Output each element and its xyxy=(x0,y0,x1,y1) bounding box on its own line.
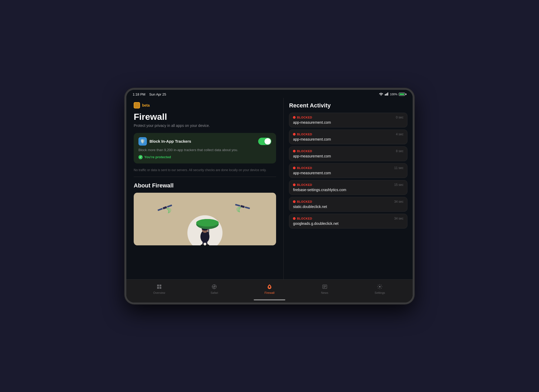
svg-point-14 xyxy=(196,219,219,227)
activity-time: 8 sec xyxy=(396,149,403,153)
wifi-icon xyxy=(379,92,383,96)
right-panel: Recent Activity BLOCKED 0 sec app-measur… xyxy=(284,98,413,279)
activity-item[interactable]: BLOCKED 34 sec static.doubleclick.net xyxy=(289,197,407,212)
activity-time: 34 sec xyxy=(394,200,403,204)
battery-percent: 100% xyxy=(390,93,397,96)
tracker-card: 🛡️ Block In-App Trackers Block more than… xyxy=(134,133,276,163)
activity-item[interactable]: BLOCKED 4 sec app-measurement.com xyxy=(289,130,407,144)
firewall-tab-label: Firewall xyxy=(264,291,275,294)
blocked-dot-icon xyxy=(293,167,296,169)
activity-domain: app-measurement.com xyxy=(293,154,403,158)
blocked-dot-icon xyxy=(293,116,296,119)
svg-rect-3 xyxy=(387,92,388,96)
activity-time: 11 sec xyxy=(394,166,403,170)
svg-rect-1 xyxy=(386,94,386,96)
tab-firewall[interactable]: Firewall xyxy=(242,283,297,294)
tracker-card-header: 🛡️ Block In-App Trackers xyxy=(138,137,271,146)
tab-news[interactable]: News xyxy=(297,283,352,294)
status-icons: 100% xyxy=(379,92,406,96)
settings-tab-icon xyxy=(376,283,383,290)
overview-tab-icon xyxy=(156,283,163,290)
tracker-toggle[interactable] xyxy=(258,138,271,145)
activity-list: BLOCKED 0 sec app-measurement.com BLOCKE… xyxy=(289,113,407,229)
date-display: Sun Apr 25 xyxy=(149,92,166,96)
blocked-badge: BLOCKED xyxy=(293,183,312,186)
activity-time: 4 sec xyxy=(396,132,403,136)
activity-item[interactable]: BLOCKED 0 sec app-measurement.com xyxy=(289,113,407,127)
blocked-label: BLOCKED xyxy=(297,217,312,220)
blocked-label: BLOCKED xyxy=(297,166,312,170)
svg-rect-27 xyxy=(157,287,159,289)
activity-time: 34 sec xyxy=(394,217,403,220)
news-tab-label: News xyxy=(321,291,328,294)
blocked-dot-icon xyxy=(293,217,296,220)
home-indicator xyxy=(126,298,413,302)
tracker-title: Block In-App Trackers xyxy=(149,139,191,143)
blocked-badge: BLOCKED xyxy=(293,166,312,170)
activity-item[interactable]: BLOCKED 15 sec firebase-settings.crashly… xyxy=(289,180,407,195)
tracker-title-row: 🛡️ Block In-App Trackers xyxy=(138,137,191,146)
activity-item[interactable]: BLOCKED 11 sec app-measurement.com xyxy=(289,163,407,178)
blocked-badge: BLOCKED xyxy=(293,133,312,136)
activity-item[interactable]: BLOCKED 34 sec googleads.g.doubleclick.n… xyxy=(289,214,407,229)
app-logo: beta xyxy=(134,102,276,108)
time-display: 1:18 PM xyxy=(133,92,145,96)
battery-indicator: 100% xyxy=(390,93,406,96)
left-panel: beta Firewall Protect your privacy in al… xyxy=(126,98,284,279)
activity-domain: firebase-settings.crashlytics.com xyxy=(293,188,403,192)
device-screen: 1:18 PM Sun Apr 25 xyxy=(126,90,413,302)
tracker-description: Block more than 9,200 in-app trackers th… xyxy=(138,148,271,152)
blocked-badge: BLOCKED xyxy=(293,217,312,220)
tab-bar: Overview Safari Firewall News Settings xyxy=(126,279,413,298)
settings-tab-label: Settings xyxy=(375,291,385,294)
tab-safari[interactable]: Safari xyxy=(187,283,242,294)
activity-time: 15 sec xyxy=(394,183,403,187)
svg-rect-26 xyxy=(159,285,161,286)
blocked-dot-icon xyxy=(293,183,296,186)
activity-domain: app-measurement.com xyxy=(293,120,403,125)
activity-time: 0 sec xyxy=(396,116,403,119)
activity-item[interactable]: BLOCKED 8 sec app-measurement.com xyxy=(289,146,407,161)
about-illustration xyxy=(134,193,276,245)
svg-rect-0 xyxy=(385,94,386,96)
svg-rect-28 xyxy=(159,287,161,289)
about-section-title: About Firewall xyxy=(134,182,276,189)
protected-dot-icon: ✓ xyxy=(138,155,143,159)
blocked-dot-icon xyxy=(293,200,296,203)
status-time: 1:18 PM Sun Apr 25 xyxy=(133,92,166,96)
toggle-knob xyxy=(264,138,271,145)
privacy-note: No traffic or data is sent to our server… xyxy=(134,168,276,177)
page-title: Firewall xyxy=(134,112,276,122)
activity-domain: app-measurement.com xyxy=(293,171,403,175)
activity-domain: googleads.g.doubleclick.net xyxy=(293,221,403,226)
news-tab-icon xyxy=(321,283,328,290)
activity-domain: app-measurement.com xyxy=(293,137,403,141)
home-bar xyxy=(254,299,285,300)
svg-point-36 xyxy=(379,286,381,287)
safari-tab-label: Safari xyxy=(211,291,218,294)
tab-settings[interactable]: Settings xyxy=(352,283,407,294)
app-logo-icon xyxy=(134,102,140,108)
blocked-label: BLOCKED xyxy=(297,183,312,186)
overview-tab-label: Overview xyxy=(153,291,165,294)
beta-label: beta xyxy=(142,103,150,107)
blocked-dot-icon xyxy=(293,133,296,136)
safari-tab-icon xyxy=(211,283,218,290)
blocked-label: BLOCKED xyxy=(297,150,312,153)
tab-overview[interactable]: Overview xyxy=(132,283,187,294)
svg-rect-2 xyxy=(387,93,387,96)
device-frame: 1:18 PM Sun Apr 25 xyxy=(125,88,414,304)
blocked-label: BLOCKED xyxy=(297,116,312,119)
activity-title: Recent Activity xyxy=(289,102,407,109)
main-content: beta Firewall Protect your privacy in al… xyxy=(126,98,413,279)
page-subtitle: Protect your privacy in all apps on your… xyxy=(134,123,276,128)
blocked-label: BLOCKED xyxy=(297,133,312,136)
blocked-dot-icon xyxy=(293,150,296,152)
blocked-badge: BLOCKED xyxy=(293,116,312,119)
blocked-badge: BLOCKED xyxy=(293,200,312,203)
protected-badge: ✓ You're protected xyxy=(138,155,271,159)
status-bar: 1:18 PM Sun Apr 25 xyxy=(126,90,413,98)
blocked-label: BLOCKED xyxy=(297,200,312,203)
firewall-tab-icon xyxy=(266,283,273,290)
signal-icon xyxy=(385,92,388,96)
